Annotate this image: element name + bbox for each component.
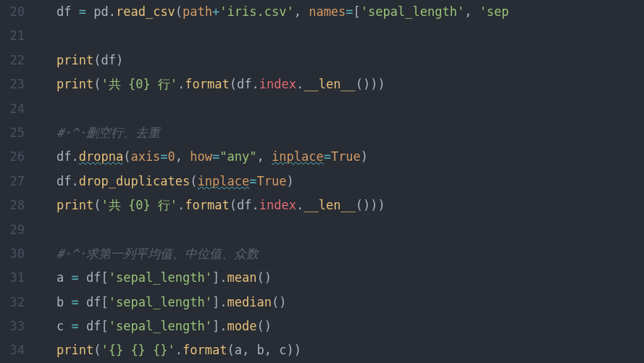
code-token: ,: [257, 149, 272, 164]
code-token: .: [252, 198, 259, 212]
code-token: True: [331, 149, 361, 164]
code-token: df: [237, 77, 251, 91]
code-area[interactable]: df = pd.read_csv(path+'iris.csv', names=…: [38, 0, 644, 363]
code-token: print: [57, 77, 93, 91]
code-token: format: [185, 77, 229, 91]
code-token: ,: [464, 4, 479, 19]
code-token: =: [160, 149, 167, 164]
code-token: df: [86, 270, 101, 285]
code-token: '共 {0} 行': [101, 77, 177, 91]
line-number: 20: [0, 0, 25, 24]
code-token: [64, 319, 71, 333]
code-line[interactable]: print('共 {0} 行'.format(df.index.__len__(…: [38, 72, 644, 96]
code-token: [: [101, 270, 108, 285]
code-token: (: [230, 77, 237, 91]
code-token: ,: [242, 343, 256, 357]
code-token: =: [72, 319, 79, 333]
line-number: 25: [0, 121, 25, 145]
code-line[interactable]: a = df['sepal_length'].mean(): [38, 266, 644, 290]
code-token: (): [272, 295, 286, 309]
code-token: +: [212, 4, 219, 19]
code-editor[interactable]: 202122232425262728293031323334 df = pd.r…: [0, 0, 644, 363]
code-token: index: [259, 198, 296, 212]
code-token: (: [175, 4, 183, 19]
code-token: df: [101, 53, 115, 67]
code-line[interactable]: df = pd.read_csv(path+'iris.csv', names=…: [38, 0, 644, 24]
code-token: .: [296, 198, 304, 212]
code-token: [64, 270, 71, 285]
code-line[interactable]: #·^·求第一列平均值、中位值、众数: [38, 242, 644, 266]
code-token: format: [183, 343, 227, 357]
code-token: mode: [227, 319, 257, 333]
code-token: ]: [212, 270, 219, 285]
code-token: [79, 295, 86, 309]
code-token: =: [212, 149, 219, 164]
code-token: .: [71, 174, 78, 188]
code-token: c: [57, 319, 64, 333]
code-token: pd: [93, 4, 108, 19]
code-token: 0: [168, 149, 175, 164]
code-token: inplace: [198, 174, 250, 188]
line-number: 26: [0, 145, 25, 169]
code-token: mean: [227, 270, 257, 285]
code-token: (: [93, 53, 101, 67]
code-token: ]: [212, 295, 219, 309]
code-token: (: [227, 343, 234, 357]
code-token: [: [101, 319, 108, 333]
code-line[interactable]: print('共 {0} 行'.format(df.index.__len__(…: [38, 193, 644, 217]
line-number: 33: [0, 314, 25, 338]
code-token: index: [259, 77, 296, 91]
code-token: axis: [130, 149, 160, 164]
code-token: [86, 4, 93, 19]
code-token: (: [230, 198, 237, 212]
code-line[interactable]: [38, 218, 644, 242]
code-token: inplace: [272, 149, 324, 164]
code-line[interactable]: df.drop_duplicates(inplace=True): [38, 170, 644, 193]
line-number: 23: [0, 72, 25, 96]
code-token: df: [86, 295, 101, 309]
code-token: =: [79, 4, 86, 19]
line-number: 22: [0, 49, 25, 72]
code-line[interactable]: #·^·删空行、去重: [38, 121, 644, 145]
code-line[interactable]: [38, 24, 644, 48]
code-token: format: [185, 198, 229, 212]
code-token: ): [286, 174, 293, 188]
code-token: df: [57, 149, 71, 164]
line-number-gutter: 202122232425262728293031323334: [0, 0, 38, 363]
code-token: ): [361, 149, 368, 164]
code-line[interactable]: b = df['sepal_length'].median(): [38, 291, 644, 314]
code-token: median: [227, 295, 272, 309]
code-token: df: [57, 174, 71, 188]
code-token: c: [279, 343, 286, 357]
code-token: True: [256, 174, 286, 188]
code-token: =: [324, 149, 331, 164]
code-token: #·^·删空行、去重: [57, 125, 160, 140]
code-token: ,: [264, 343, 279, 357]
code-token: =: [249, 174, 256, 188]
code-token: how: [190, 149, 212, 164]
code-token: =: [72, 270, 79, 285]
code-line[interactable]: print(df): [38, 49, 644, 72]
code-token: .: [109, 4, 116, 19]
line-number: 30: [0, 242, 25, 266]
code-token: =: [72, 295, 79, 309]
code-token: '共 {0} 行': [101, 198, 177, 212]
line-number: 21: [0, 24, 25, 48]
code-token: print: [57, 198, 93, 212]
code-token: drop_duplicates: [79, 174, 191, 188]
code-token: .: [219, 295, 227, 309]
code-token: __len__: [304, 77, 356, 91]
code-line[interactable]: print('{} {} {}'.format(a, b, c)): [38, 338, 644, 362]
code-token: df: [86, 319, 101, 333]
code-token: [: [101, 295, 108, 309]
code-line[interactable]: c = df['sepal_length'].mode(): [38, 314, 644, 338]
code-token: =: [346, 4, 353, 19]
code-token: '{} {} {}': [101, 343, 175, 357]
code-token: ())): [356, 198, 385, 212]
line-number: 27: [0, 170, 25, 193]
code-token: df: [57, 4, 71, 19]
code-token: [64, 295, 71, 309]
line-number: 31: [0, 266, 25, 290]
code-line[interactable]: df.dropna(axis=0, how="any", inplace=Tru…: [38, 145, 644, 169]
code-line[interactable]: [38, 97, 644, 121]
